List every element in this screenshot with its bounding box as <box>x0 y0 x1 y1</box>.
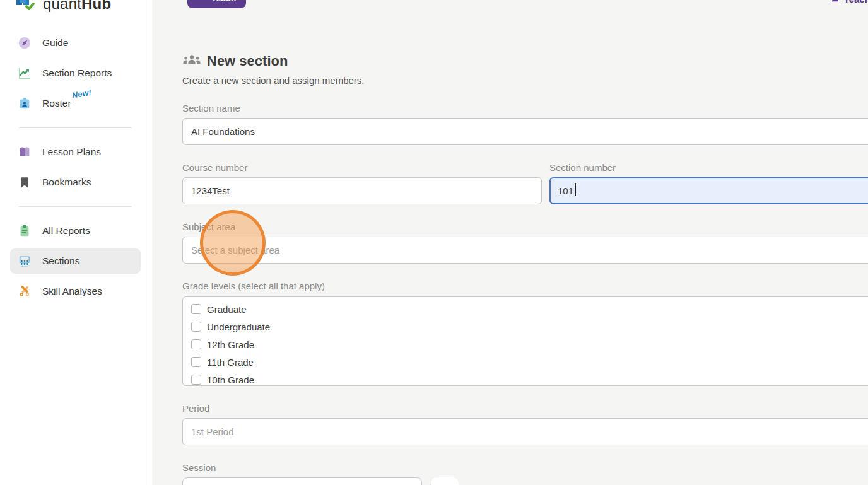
sidebar-item-bookmarks[interactable]: Bookmarks <box>10 170 141 195</box>
sidebar-item-label: All Reports <box>42 225 90 237</box>
sidebar-item-label: Guide <box>42 37 68 49</box>
sidebar-item-label: Bookmarks <box>42 177 91 188</box>
classroom-icon <box>18 254 32 268</box>
grade-option-12th[interactable]: 12th Grade <box>183 336 868 353</box>
checkbox-unchecked[interactable] <box>191 339 201 349</box>
sidebar-item-guide[interactable]: Guide <box>10 30 141 56</box>
section-number-input[interactable] <box>549 177 868 204</box>
page-title: New section <box>207 53 288 69</box>
sidebar-item-label: Sections <box>42 255 79 267</box>
section-number-label: Section number <box>549 162 868 173</box>
grade-option-11th[interactable]: 11th Grade <box>183 354 868 370</box>
sidebar-item-roster[interactable]: Roster New! <box>10 91 141 116</box>
sidebar-item-all-reports[interactable]: All Reports <box>10 218 141 243</box>
session-select[interactable]: Select a session <box>182 477 422 485</box>
section-name-input[interactable] <box>182 118 868 145</box>
checkbox-label[interactable]: 11th Grade <box>207 357 254 368</box>
sidebar: quantHub Guide Section Reports <box>0 0 151 485</box>
sidebar-item-label: Section Reports <box>42 67 112 79</box>
course-number-input[interactable] <box>182 177 542 204</box>
tools-icon <box>18 284 32 298</box>
sidebar-item-label: Lesson Plans <box>42 146 101 158</box>
grade-option-undergraduate[interactable]: Undergraduate <box>183 318 868 335</box>
checkbox-label[interactable]: Graduate <box>207 304 247 315</box>
new-badge: New! <box>71 88 92 100</box>
checkbox-unchecked[interactable] <box>191 375 201 385</box>
new-section-form: New section Create a new section and ass… <box>152 0 868 485</box>
sidebar-item-skill-analyses[interactable]: Skill Analyses <box>10 279 141 304</box>
checkbox-label[interactable]: 12th Grade <box>207 339 254 350</box>
app-logo[interactable]: quantHub <box>14 0 151 16</box>
grade-option-10th[interactable]: 10th Grade <box>183 371 868 386</box>
course-number-label: Course number <box>182 162 542 173</box>
app-name: quantHub <box>43 0 111 13</box>
sidebar-item-label: Skill Analyses <box>42 286 102 297</box>
checkbox-unchecked[interactable] <box>191 357 201 367</box>
group-icon <box>182 53 201 69</box>
checkbox-label[interactable]: 10th Grade <box>207 375 254 385</box>
page-subtitle: Create a new section and assign members. <box>182 75 868 86</box>
checkbox-unchecked[interactable] <box>191 322 201 332</box>
grade-option-graduate[interactable]: Graduate <box>183 301 868 317</box>
subject-area-label: Subject area <box>182 221 868 232</box>
period-input[interactable] <box>182 418 868 445</box>
section-name-label: Section name <box>182 103 868 114</box>
subject-area-input[interactable] <box>182 237 868 264</box>
sidebar-item-lesson-plans[interactable]: Lesson Plans <box>10 139 141 165</box>
open-book-icon <box>18 145 32 159</box>
grade-levels-listbox: Graduate Undergraduate 12th Grade 11th G… <box>182 296 868 386</box>
sidebar-item-sections[interactable]: Sections <box>10 248 141 274</box>
sidebar-divider <box>19 206 132 207</box>
period-label: Period <box>182 403 868 414</box>
add-session-button[interactable]: + <box>431 477 459 485</box>
clipboard-icon <box>18 224 32 238</box>
id-badge-icon <box>18 96 32 110</box>
compass-icon <box>18 36 32 50</box>
sidebar-item-section-reports[interactable]: Section Reports <box>10 61 141 86</box>
text-cursor <box>575 183 576 196</box>
checkbox-unchecked[interactable] <box>191 304 201 314</box>
main-content: Teach Teacher New section <box>152 0 868 485</box>
grade-levels-label: Grade levels (select all that apply) <box>182 281 868 291</box>
checkbox-label[interactable]: Undergraduate <box>207 322 270 332</box>
session-label: Session <box>182 462 868 473</box>
line-chart-icon <box>18 66 32 80</box>
quanthub-logo-icon <box>14 0 37 16</box>
sidebar-divider <box>19 127 132 128</box>
sidebar-item-label: Roster New! <box>42 98 71 109</box>
bookmark-icon <box>18 175 32 189</box>
